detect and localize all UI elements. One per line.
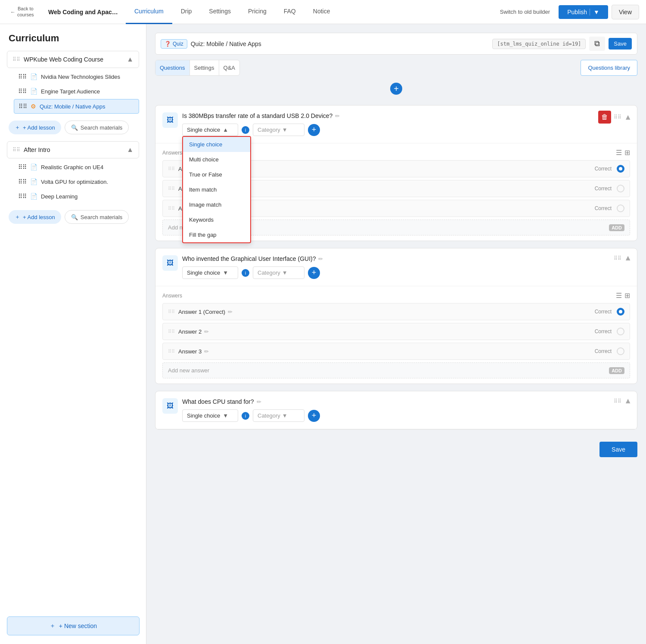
view-button[interactable]: View bbox=[612, 5, 639, 19]
new-section-label: + New section bbox=[59, 622, 97, 629]
quiz-tab-settings[interactable]: Settings bbox=[190, 60, 219, 75]
search-materials-button-1[interactable]: 🔍 Search materials bbox=[65, 121, 129, 134]
category-chevron-2: ▼ bbox=[282, 269, 288, 276]
card-collapse-2[interactable]: ▲ bbox=[624, 254, 632, 263]
add-lesson-label-1: + Add lesson bbox=[23, 124, 55, 131]
section-collapse-1[interactable]: ▲ bbox=[127, 56, 134, 63]
lesson-name-realistic: Realistic Graphic on UE4 bbox=[41, 164, 135, 170]
type-dropdown-btn-2[interactable]: Single choice ▼ bbox=[182, 266, 238, 279]
lesson-item-quiz[interactable]: ⠿⠿ ⚙ Quiz: Mobile / Native Apps bbox=[14, 99, 139, 114]
publish-button[interactable]: Publish ▼ bbox=[559, 5, 608, 19]
add-answer-row-2[interactable]: Add new answer ADD bbox=[162, 362, 630, 378]
doc-icon-realistic: 📄 bbox=[30, 164, 37, 170]
edit-question-2-icon[interactable]: ✏ bbox=[318, 256, 323, 262]
type-dropdown-btn-1[interactable]: Single choice ▲ bbox=[182, 124, 238, 136]
type-info-icon-3[interactable]: i bbox=[242, 412, 249, 420]
answers-list-view-icon-2[interactable]: ☰ bbox=[616, 291, 622, 300]
answers-list-view-icon[interactable]: ☰ bbox=[616, 149, 622, 157]
category-dropdown-1[interactable]: Category ▼ bbox=[253, 124, 304, 136]
type-dropdown-btn-3[interactable]: Single choice ▼ bbox=[182, 409, 238, 422]
lesson-item-volta[interactable]: ⠿⠿ 📄 Volta GPU for optimization. bbox=[14, 175, 139, 189]
radio-correct-1-3[interactable] bbox=[617, 204, 624, 212]
search-materials-button-2[interactable]: 🔍 Search materials bbox=[65, 210, 129, 224]
correct-label-2-3: Correct bbox=[595, 348, 612, 354]
card-collapse-1[interactable]: ▲ bbox=[624, 113, 632, 122]
answer-row-2-2: ⠿⠿ Answer 2 ✏ Correct bbox=[162, 323, 630, 340]
section-block-1: ⠿⠿ WPKube Web Coding Course ▲ ⠿⠿ 📄 Nvidi… bbox=[7, 51, 139, 134]
lesson-item-nvidia[interactable]: ⠿⠿ 📄 Nvidia New Technologies Slides bbox=[14, 70, 139, 84]
category-dropdown-3[interactable]: Category ▼ bbox=[253, 409, 304, 422]
answer-drag-2-2: ⠿⠿ bbox=[168, 329, 175, 334]
dropdown-item-keywords[interactable]: Keywords bbox=[183, 212, 250, 227]
switch-old-builder-button[interactable]: Switch to old builder bbox=[495, 5, 555, 19]
delete-question-1-button[interactable]: 🗑 bbox=[598, 111, 611, 124]
answers-grid-view-icon[interactable]: ⊞ bbox=[624, 149, 630, 157]
doc-icon-engine: 📄 bbox=[30, 88, 37, 95]
lesson-name-quiz: Quiz: Mobile / Native Apps bbox=[40, 103, 134, 110]
edit-answer-2-2-icon[interactable]: ✏ bbox=[204, 328, 209, 335]
nav-tab-notice[interactable]: Notice bbox=[304, 0, 339, 24]
type-info-icon-1[interactable]: i bbox=[242, 126, 249, 134]
edit-answer-2-1-icon[interactable]: ✏ bbox=[228, 309, 233, 315]
type-info-icon-2[interactable]: i bbox=[242, 269, 249, 277]
radio-correct-2-2[interactable] bbox=[617, 328, 624, 335]
dropdown-item-item-match[interactable]: Item match bbox=[183, 182, 250, 197]
nav-tab-drip[interactable]: Drip bbox=[172, 0, 201, 24]
radio-correct-2-1[interactable] bbox=[617, 308, 624, 316]
answers-grid-view-icon-2[interactable]: ⊞ bbox=[624, 291, 630, 300]
dropdown-item-single-choice[interactable]: Single choice bbox=[183, 137, 250, 152]
add-lesson-button-1[interactable]: ＋ + Add lesson bbox=[9, 121, 61, 134]
add-to-question-3-button[interactable]: + bbox=[308, 410, 320, 422]
lesson-drag-volta: ⠿⠿ bbox=[18, 178, 27, 185]
nav-tab-faq[interactable]: FAQ bbox=[275, 0, 304, 24]
add-to-question-1-button[interactable]: + bbox=[308, 124, 320, 136]
lesson-item-deep[interactable]: ⠿⠿ 📄 Deep Learning bbox=[14, 189, 139, 203]
section-header-1[interactable]: ⠿⠿ WPKube Web Coding Course ▲ bbox=[7, 51, 139, 68]
publish-dropdown-arrow[interactable]: ▼ bbox=[590, 9, 599, 15]
nav-tab-pricing[interactable]: Pricing bbox=[239, 0, 275, 24]
save-header-button[interactable]: Save bbox=[609, 38, 632, 50]
category-dropdown-2[interactable]: Category ▼ bbox=[253, 266, 304, 279]
nav-tab-settings[interactable]: Settings bbox=[200, 0, 239, 24]
add-question-top-button[interactable]: + bbox=[390, 83, 402, 95]
radio-correct-2-3[interactable] bbox=[617, 347, 624, 355]
quiz-tabs-row: Questions Settings Q&A Questions library bbox=[155, 60, 637, 76]
add-question-top: + bbox=[155, 83, 637, 100]
edit-question-1-icon[interactable]: ✏ bbox=[335, 113, 340, 119]
questions-library-button[interactable]: Questions library bbox=[581, 60, 637, 76]
quiz-tabs: Questions Settings Q&A bbox=[155, 60, 240, 76]
radio-correct-1-1[interactable] bbox=[617, 165, 624, 173]
section-collapse-2[interactable]: ▲ bbox=[127, 146, 134, 154]
back-button[interactable]: ← Back tocourses bbox=[7, 4, 41, 19]
answer-text-2-3: Answer 3 ✏ bbox=[178, 348, 591, 355]
add-to-question-2-button[interactable]: + bbox=[308, 267, 320, 279]
edit-question-3-icon[interactable]: ✏ bbox=[257, 399, 261, 405]
lesson-item-engine[interactable]: ⠿⠿ 📄 Engine Target Audience bbox=[14, 84, 139, 98]
save-bottom-button[interactable]: Save bbox=[599, 442, 637, 457]
quiz-title-input[interactable] bbox=[191, 40, 489, 47]
nav-tab-curriculum[interactable]: Curriculum bbox=[126, 0, 172, 24]
quiz-tab-qa[interactable]: Q&A bbox=[219, 60, 239, 75]
dropdown-item-true-false[interactable]: True or False bbox=[183, 167, 250, 182]
new-section-button[interactable]: ＋ + New section bbox=[7, 616, 140, 635]
copy-shortcode-button[interactable]: ⧉ bbox=[589, 37, 605, 51]
card-collapse-3[interactable]: ▲ bbox=[624, 396, 632, 406]
add-answer-placeholder-2: Add new answer bbox=[168, 367, 209, 374]
add-answer-icon-2: ADD bbox=[609, 367, 624, 374]
quiz-circle-icon: ❓ bbox=[165, 41, 171, 47]
dropdown-item-fill-gap[interactable]: Fill the gap bbox=[183, 227, 250, 242]
doc-icon-deep: 📄 bbox=[30, 193, 37, 200]
dropdown-item-image-match[interactable]: Image match bbox=[183, 197, 250, 212]
lesson-item-realistic[interactable]: ⠿⠿ 📄 Realistic Graphic on UE4 bbox=[14, 160, 139, 174]
answer-drag-1-1: ⠿⠿ bbox=[168, 166, 175, 172]
add-lesson-button-2[interactable]: ＋ + Add lesson bbox=[9, 210, 61, 224]
answer-value-2-3: Answer 3 bbox=[178, 348, 202, 355]
answers-icons-2: ☰ ⊞ bbox=[616, 291, 630, 300]
edit-answer-2-3-icon[interactable]: ✏ bbox=[204, 348, 209, 355]
type-dropdown-2: Single choice ▼ bbox=[182, 266, 238, 279]
quiz-tab-questions[interactable]: Questions bbox=[155, 60, 190, 75]
doc-icon-nvidia: 📄 bbox=[30, 73, 37, 80]
dropdown-item-multi-choice[interactable]: Multi choice bbox=[183, 152, 250, 167]
radio-correct-1-2[interactable] bbox=[617, 185, 624, 192]
section-header-2[interactable]: ⠿⠿ After Intro ▲ bbox=[7, 141, 139, 158]
